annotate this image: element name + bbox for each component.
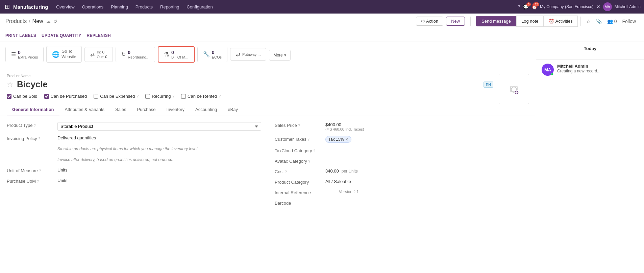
breadcrumb-parent[interactable]: Products — [5, 18, 27, 24]
avatax-help-icon[interactable]: ? — [308, 160, 310, 163]
recurring-checkbox[interactable]: Recurring ? — [145, 94, 174, 99]
chat-icon[interactable]: 💬 5 — [523, 4, 529, 9]
breadcrumb: Products / New — [5, 18, 43, 24]
sales-price-amount[interactable]: $400.00 — [325, 122, 364, 127]
can-be-expensed-checkbox[interactable]: Can be Expensed ? — [94, 94, 139, 99]
reordering-button[interactable]: ↻ 0 Reordering... — [116, 47, 155, 62]
incl-taxes-text: (= $ 460.00 Incl. Taxes) — [325, 127, 364, 131]
chatter-content: Mitchell Admin Creating a new record... — [557, 64, 600, 76]
favorite-star-icon[interactable]: ☆ — [7, 80, 14, 89]
support-icon[interactable]: ? — [518, 4, 520, 9]
bom-button[interactable]: ⚗ 0 Bill Of M... — [158, 46, 195, 63]
ecos-count: 0 — [212, 50, 222, 55]
cloud-icon[interactable]: ☁ — [46, 19, 51, 24]
product-type-label: Product Type ? — [7, 122, 57, 128]
can-be-purchased-checkbox[interactable]: Can be Purchased — [44, 94, 87, 99]
activities-button[interactable]: ⏰ Activities — [544, 16, 578, 27]
tax-badge: Tax 15% ✕ — [325, 136, 351, 143]
nav-products[interactable]: Products — [133, 3, 155, 11]
language-badge[interactable]: EN — [484, 82, 493, 88]
user-avatar[interactable]: MA — [603, 2, 612, 11]
follow-button[interactable]: Follow — [620, 17, 639, 26]
invoicing-desc2-label — [7, 157, 57, 157]
product-type-help-icon[interactable]: ? — [34, 124, 36, 128]
can-be-rented-label: Can be Rented — [188, 94, 217, 99]
invoicing-policy-help-icon[interactable]: ? — [38, 137, 40, 141]
nav-reporting[interactable]: Reporting — [157, 3, 182, 11]
chatter-avatar: MA — [542, 64, 554, 76]
refresh-icon[interactable]: ↺ — [53, 19, 57, 24]
attachment-icon[interactable]: 📎 — [593, 17, 604, 26]
log-note-button[interactable]: Log note — [516, 16, 544, 27]
putaway-button[interactable]: ⇄ Putaway ... — [230, 48, 266, 61]
company-name: My Company (San Francisco) — [540, 4, 594, 9]
uom-help-icon[interactable]: ? — [39, 169, 41, 173]
tab-purchase[interactable]: Purchase — [132, 104, 161, 115]
remove-tax-icon[interactable]: ✕ — [345, 137, 348, 142]
purchase-uom-value[interactable]: Units — [57, 178, 261, 183]
left-fields: Product Type ? Storable Product Consumab… — [7, 122, 261, 210]
followers-icon[interactable]: 👥 0 — [604, 17, 620, 26]
transfers-button[interactable]: ⇄ In:0 Out:0 — [84, 47, 113, 62]
invoicing-desc1-value: Storable products are physical items for… — [57, 146, 261, 152]
ecos-button[interactable]: 🔧 0 ECOs — [197, 47, 227, 62]
send-message-button[interactable]: Send message — [476, 16, 516, 26]
sub-actions-bar: PRINT LABELS UPDATE QUANTITY REPLENISH — [0, 29, 644, 42]
app-grid-icon[interactable]: ⊞ — [3, 2, 11, 12]
unit-of-measure-value[interactable]: Units — [57, 167, 261, 173]
update-quantity-link[interactable]: UPDATE QUANTITY — [42, 33, 81, 38]
action-button[interactable]: ⚙ Action — [416, 17, 443, 26]
invoicing-policy-label: Invoicing Policy ? — [7, 135, 57, 141]
cost-help-icon[interactable]: ? — [285, 170, 287, 174]
extra-prices-button[interactable]: ☰ 0 Extra Prices — [5, 47, 44, 62]
disconnect-icon[interactable]: ✕ — [596, 4, 600, 9]
tab-accounting[interactable]: Accounting — [190, 104, 222, 115]
can-be-sold-checkbox[interactable]: Can be Sold — [7, 94, 38, 99]
nav-planning[interactable]: Planning — [108, 3, 131, 11]
go-to-website-button[interactable]: 🌐 Go ToWebsite — [46, 46, 82, 63]
clock-badge: 32 — [533, 2, 539, 6]
print-labels-link[interactable]: PRINT LABELS — [5, 33, 36, 38]
version-help-icon[interactable]: ? — [353, 190, 355, 194]
tab-ebay[interactable]: eBay — [222, 104, 243, 115]
sales-price-label: Sales Price ? — [275, 122, 325, 128]
purchase-uom-help-icon[interactable]: ? — [37, 180, 39, 183]
right-fields: Sales Price ? $400.00 (= $ 460.00 Incl. … — [275, 122, 529, 210]
sales-price-help-icon[interactable]: ? — [298, 124, 300, 128]
tab-general-information[interactable]: General Information — [7, 104, 59, 115]
tab-sales[interactable]: Sales — [110, 104, 132, 115]
purchase-uom-row: Purchase UoM ? Units — [7, 178, 261, 184]
transfer-icon: ⇄ — [90, 51, 95, 58]
tab-inventory[interactable]: Inventory — [161, 104, 190, 115]
star-action-icon[interactable]: ☆ — [584, 17, 593, 26]
product-name-input[interactable] — [17, 79, 480, 90]
form-area: Product Name ☆ EN Can be Sold Can be Pur… — [0, 68, 536, 216]
globe-icon: 🌐 — [52, 51, 59, 58]
nav-operations[interactable]: Operations — [79, 3, 106, 11]
taxcloud-help-icon[interactable]: ? — [313, 149, 315, 153]
internal-reference-label: Internal Reference — [275, 189, 325, 195]
clock-icon[interactable]: ⏰ 32 — [531, 4, 537, 9]
bom-label: Bill Of M... — [171, 55, 189, 59]
product-category-value[interactable]: All / Saleable — [325, 179, 529, 184]
product-type-row: Product Type ? Storable Product Consumab… — [7, 122, 261, 131]
product-image[interactable] — [499, 74, 529, 104]
new-button[interactable]: New — [446, 17, 465, 26]
can-be-rented-checkbox[interactable]: Can be Rented ? — [181, 94, 221, 99]
more-button[interactable]: More ▾ — [269, 50, 290, 61]
activities-icon: ⏰ — [549, 19, 554, 24]
replenish-link[interactable]: REPLENISH — [87, 33, 111, 38]
nav-configuration[interactable]: Configuration — [184, 3, 215, 11]
customer-taxes-help-icon[interactable]: ? — [307, 138, 309, 141]
go-to-website-label: Go ToWebsite — [61, 49, 76, 60]
can-be-sold-label: Can be Sold — [13, 94, 38, 99]
bom-count: 0 — [171, 50, 189, 55]
internal-reference-value: Version ? 1 — [325, 189, 529, 194]
nav-overview[interactable]: Overview — [53, 3, 77, 11]
product-type-select[interactable]: Storable Product Consumable Service — [57, 122, 261, 131]
tab-attributes-variants[interactable]: Attributes & Variants — [59, 104, 110, 115]
sales-price-row: Sales Price ? $400.00 (= $ 460.00 Incl. … — [275, 122, 529, 131]
cost-amount[interactable]: 340.00 — [325, 168, 339, 174]
user-name: Mitchell Admin — [615, 4, 641, 9]
avatax-category-row: Avatax Category ? — [275, 158, 529, 164]
